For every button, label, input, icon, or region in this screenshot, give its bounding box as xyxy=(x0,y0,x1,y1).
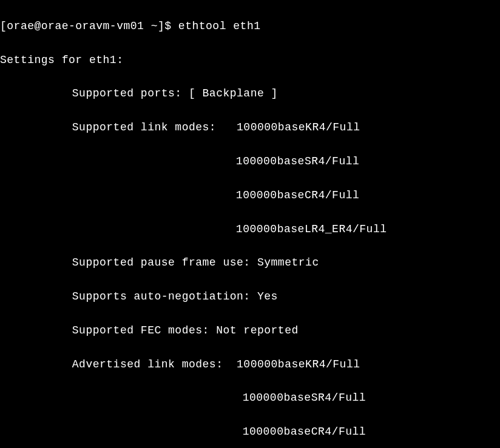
advertised-link-mode-1: 100000baseSR4/Full xyxy=(0,390,500,407)
shell-prompt: [orae@orae-oravm-vm01 ~]$ xyxy=(0,20,178,32)
supported-link-modes-label: Supported link modes: xyxy=(72,121,237,133)
supported-fec-value: Not reported xyxy=(216,324,299,336)
supports-autoneg-label: Supports auto-negotiation: xyxy=(72,290,257,303)
supported-ports-label: Supported ports: xyxy=(72,87,189,99)
supported-link-mode-1: 100000baseSR4/Full xyxy=(0,153,500,170)
supported-link-mode-3: 100000baseLR4_ER4/Full xyxy=(0,221,500,238)
supported-pause-label: Supported pause frame use: xyxy=(72,256,257,269)
supports-autoneg-value: Yes xyxy=(257,290,278,303)
advertised-link-mode-2: 100000baseCR4/Full xyxy=(0,424,500,441)
settings-header: Settings for eth1: xyxy=(0,52,500,69)
command-text: ethtool eth1 xyxy=(178,20,261,32)
supported-pause-value: Symmetric xyxy=(257,256,319,269)
terminal-output[interactable]: [orae@orae-oravm-vm01 ~]$ ethtool eth1 S… xyxy=(0,0,500,448)
advertised-link-modes-label: Advertised link modes: xyxy=(72,358,237,370)
advertised-link-mode-0: 100000baseKR4/Full xyxy=(237,358,360,370)
supported-link-mode-2: 100000baseCR4/Full xyxy=(0,187,500,204)
supported-ports-value: [ Backplane ] xyxy=(189,87,278,99)
supported-link-mode-0: 100000baseKR4/Full xyxy=(237,121,360,133)
supported-fec-label: Supported FEC modes: xyxy=(72,324,216,336)
